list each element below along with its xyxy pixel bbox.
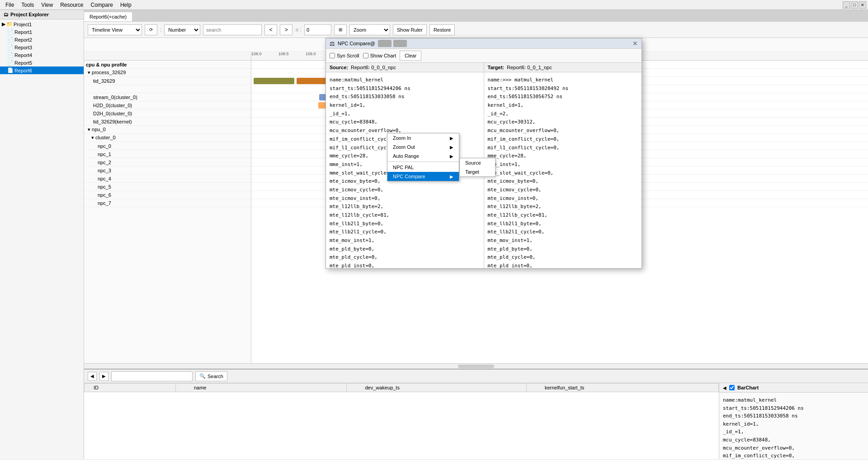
label-row-npc1[interactable]: npc_1 xyxy=(84,150,251,158)
bottom-toolbar: ◀ ▶ 🔍 Search xyxy=(84,370,868,383)
submenu-arrow: ▶ xyxy=(450,154,453,159)
sync-icon-btn[interactable]: ⟳ xyxy=(145,24,157,35)
sidebar-item-report1[interactable]: 📄 Report1 xyxy=(0,28,84,36)
scroll-right-btn[interactable]: ▶ xyxy=(99,372,108,381)
label-row-npc5[interactable]: npc_5 xyxy=(84,183,251,191)
search-button[interactable]: 🔍 Search xyxy=(195,371,227,381)
label-row-npc3[interactable]: npc_3 xyxy=(84,166,251,175)
sidebar-item-report6[interactable]: 📄 Report6 xyxy=(0,66,84,74)
side-panel: ◀ BarChart name:matmul_kernel start_ts:5… xyxy=(719,383,868,459)
ruler-tick: 108.0 xyxy=(251,52,262,56)
folder-icon: 🗂 xyxy=(4,12,9,17)
sidebar-item-report5[interactable]: 📄 Report5 xyxy=(0,59,84,66)
label-row[interactable]: tid_32629 xyxy=(84,77,251,85)
show-chart-label[interactable]: Show Chart xyxy=(363,53,396,58)
menu-view[interactable]: View xyxy=(38,1,57,9)
dialog-close-button[interactable]: ✕ xyxy=(632,40,638,47)
restore-button[interactable]: Restore xyxy=(429,24,455,35)
search-input[interactable] xyxy=(203,24,262,35)
ctx-item-zoom-out[interactable]: Zoom Out ▶ xyxy=(387,142,459,152)
scroll-left-btn[interactable]: ◀ xyxy=(88,372,97,381)
barchart-checkbox[interactable] xyxy=(729,385,735,390)
label-row: stream_0(cluster_0) xyxy=(84,93,251,101)
label-row[interactable]: ▾ process_32629 xyxy=(84,69,251,77)
bottom-table: ID name dev_wakeup_ts kernelfun_start_ts xyxy=(84,383,719,459)
dialog-title-bar: ⚖ NPC Compare@ ✕ xyxy=(326,38,642,49)
menu-compare[interactable]: Compare xyxy=(87,1,117,9)
tab-bar: Report6(+cache) xyxy=(84,10,868,22)
timeline-labels-panel: cpu & npu profile ▾ process_32629 tid_32… xyxy=(84,61,251,363)
col-name: name xyxy=(175,384,347,392)
ctx-item-npc-compare[interactable]: NPC Compare ▶ xyxy=(387,172,459,181)
file-icon: 📄 xyxy=(7,67,14,73)
menu-file[interactable]: File xyxy=(2,1,18,9)
nav-next-button[interactable]: > xyxy=(280,24,292,35)
file-icon: 📄 xyxy=(7,29,14,35)
bottom-panel: ◀ ▶ 🔍 Search ID xyxy=(84,369,868,459)
ctx-item-npc-pal[interactable]: NPC PAL xyxy=(387,163,459,172)
timeline-scrollbar[interactable] xyxy=(84,363,868,369)
file-icon: 📄 xyxy=(7,44,14,50)
tab-report6[interactable]: Report6(+cache) xyxy=(84,12,132,21)
toolbar: Timeline View ⟳ : Number < > ≡ : ⊞ Zoom … xyxy=(84,22,868,38)
submenu-item-target[interactable]: Target xyxy=(460,167,495,176)
target-pane: Target: Report6: 0_0_1_npc name:>>> matm… xyxy=(484,63,642,268)
show-chart-checkbox[interactable] xyxy=(363,53,368,58)
sidebar-item-report3[interactable]: 📄 Report3 xyxy=(0,43,84,51)
label-row[interactable]: ▾ cluster_0 xyxy=(84,134,251,142)
col-dev-wakeup: dev_wakeup_ts xyxy=(347,384,526,392)
grid-icon-btn[interactable]: ⊞ xyxy=(334,24,347,35)
nav-prev-button[interactable]: < xyxy=(264,24,277,35)
label-row: H2D_0(cluster_0) xyxy=(84,101,251,109)
show-ruler-button[interactable]: Show Ruler xyxy=(393,24,427,35)
label-row: tid_32629(kernel) xyxy=(84,118,251,126)
sidebar-item-project1[interactable]: ▶ 📁 Project1 xyxy=(0,20,84,28)
menu-resource[interactable]: Resource xyxy=(57,1,87,9)
nav-index-input[interactable] xyxy=(304,24,331,35)
label-row-npc0[interactable]: npc_0 xyxy=(84,142,251,150)
number-select[interactable]: Number xyxy=(164,24,200,35)
sidebar-item-report2[interactable]: 📄 Report2 xyxy=(0,36,84,43)
submenu: Source Target xyxy=(459,158,495,177)
menu-help[interactable]: Help xyxy=(117,1,135,9)
dialog-toolbar: Syn Scroll Show Chart Clear xyxy=(326,49,642,63)
npc-compare-icon: ⚖ xyxy=(330,40,335,47)
submenu-arrow: ▶ xyxy=(450,174,453,179)
label-row-npc7[interactable]: npc_7 xyxy=(84,199,251,207)
label-row: cpu & npu profile xyxy=(84,61,251,69)
sidebar-title: 🗂 Project Explorer xyxy=(0,10,84,19)
label-row-npc6[interactable]: npc_6 xyxy=(84,191,251,199)
syn-scroll-label[interactable]: Syn Scroll xyxy=(330,53,359,58)
menu-tools[interactable]: Tools xyxy=(18,1,38,9)
clear-button[interactable]: Clear xyxy=(400,51,421,61)
label-row-npc2[interactable]: npc_2 xyxy=(84,158,251,166)
file-icon: 📄 xyxy=(7,52,14,58)
project-icon: 📁 xyxy=(6,21,13,27)
window-maximize[interactable]: □ xyxy=(851,1,858,9)
expand-icon: ▶ xyxy=(2,21,5,27)
toolbar-sep1: : xyxy=(160,27,161,33)
ctx-item-auto-range[interactable]: Auto Range ▶ xyxy=(387,152,459,161)
timeline-view-select[interactable]: Timeline View xyxy=(88,24,142,35)
ruler-tick: 109.0 xyxy=(306,52,316,56)
label-row-npc4[interactable]: npc_4 xyxy=(84,175,251,183)
submenu-arrow: ▶ xyxy=(450,136,453,141)
sidebar-item-report4[interactable]: 📄 Report4 xyxy=(0,51,84,59)
ctx-separator xyxy=(387,161,459,162)
ctx-item-zoom-in[interactable]: Zoom In ▶ xyxy=(387,133,459,142)
window-minimize[interactable]: _ xyxy=(843,1,850,9)
bottom-search-input[interactable] xyxy=(111,371,193,381)
side-panel-header: ◀ BarChart xyxy=(719,383,868,393)
syn-scroll-checkbox[interactable] xyxy=(330,53,335,58)
zoom-select[interactable]: Zoom xyxy=(349,24,390,35)
expand-arrow: ◀ xyxy=(723,385,726,390)
context-menu: Zoom In ▶ Zoom Out ▶ Auto Range ▶ xyxy=(387,133,459,181)
ruler-tick: 108.5 xyxy=(278,52,289,56)
submenu-item-source[interactable]: Source xyxy=(460,158,495,167)
toolbar-sep2: ≡ : xyxy=(295,27,302,33)
window-close[interactable]: ✕ xyxy=(859,1,866,9)
col-kernelfun: kernelfun_start_ts xyxy=(526,384,718,392)
label-row: D2H_0(cluster_0) xyxy=(84,109,251,118)
label-row xyxy=(84,85,251,93)
label-row[interactable]: ▾ npu_0 xyxy=(84,126,251,134)
